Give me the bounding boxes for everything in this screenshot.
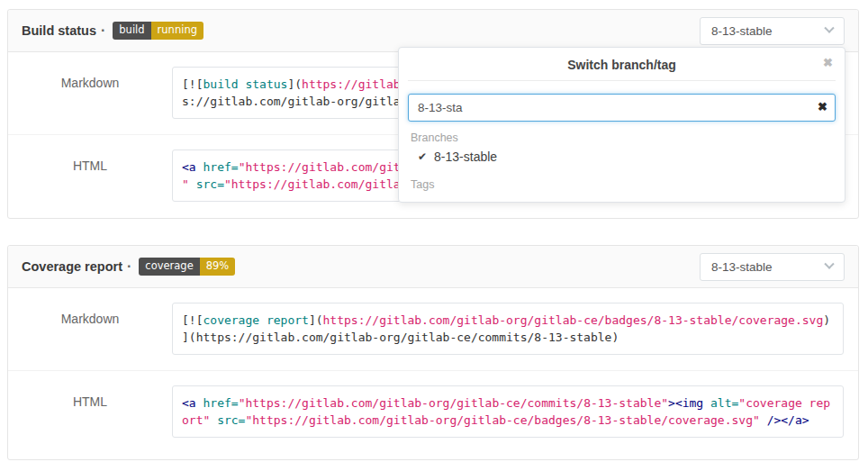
branch-item-8-13-stable[interactable]: ✔ 8-13-stable: [406, 145, 837, 168]
build-status-badge: build running: [113, 22, 203, 40]
badge-value: running: [151, 22, 203, 40]
popup-header: Switch branch/tag ✖: [408, 51, 836, 81]
project-badges-page: Build status · build running 8-13-stable…: [0, 0, 868, 471]
coverage-html-code: <a href="https://gitlab.com/gitlab-org/g…: [172, 385, 844, 438]
title-separator: ·: [127, 258, 131, 275]
chevron-down-icon: [824, 23, 834, 33]
coverage-report-panel: Coverage report · coverage 89% 8-13-stab…: [7, 245, 859, 460]
chevron-down-icon: [824, 259, 834, 269]
panel-title: Coverage report: [22, 259, 122, 274]
clear-search-icon[interactable]: ✖: [818, 101, 827, 113]
html-label: HTML: [8, 385, 172, 438]
badge-value: 89%: [200, 258, 236, 276]
branch-item-label: 8-13-stable: [434, 149, 497, 164]
branch-selector-value: 8-13-stable: [711, 260, 773, 274]
panel-title: Build status: [22, 23, 96, 38]
branch-selector-coverage[interactable]: 8-13-stable: [700, 253, 845, 281]
html-row: HTML <a href="https://gitlab.com/gitlab-…: [8, 370, 858, 438]
check-icon: ✔: [418, 150, 427, 163]
coverage-badge: coverage 89%: [139, 258, 235, 276]
tags-section-header: Tags: [406, 168, 837, 192]
branches-section-header: Branches: [406, 122, 837, 145]
markdown-label: Markdown: [8, 303, 172, 370]
close-icon[interactable]: ✖: [823, 57, 833, 68]
coverage-markdown-code: [![coverage report](https://gitlab.com/g…: [172, 303, 844, 355]
branch-selector-build[interactable]: 8-13-stable: [700, 17, 845, 45]
popup-title: Switch branch/tag: [567, 58, 676, 72]
build-status-heading: Build status · build running 8-13-stable: [8, 10, 858, 52]
html-label: HTML: [8, 149, 172, 202]
branch-selector-value: 8-13-stable: [711, 24, 773, 38]
coverage-report-heading: Coverage report · coverage 89% 8-13-stab…: [8, 246, 858, 288]
title-separator: ·: [101, 23, 105, 39]
switch-branch-popup: Switch branch/tag ✖ ✖ Branches ✔ 8-13-st…: [398, 47, 845, 203]
markdown-label: Markdown: [8, 67, 172, 134]
branch-search: ✖: [408, 94, 836, 122]
markdown-row: Markdown [![coverage report](https://git…: [8, 288, 858, 370]
badge-label: coverage: [139, 258, 199, 276]
badge-label: build: [113, 22, 150, 40]
branch-search-input[interactable]: [408, 94, 836, 122]
